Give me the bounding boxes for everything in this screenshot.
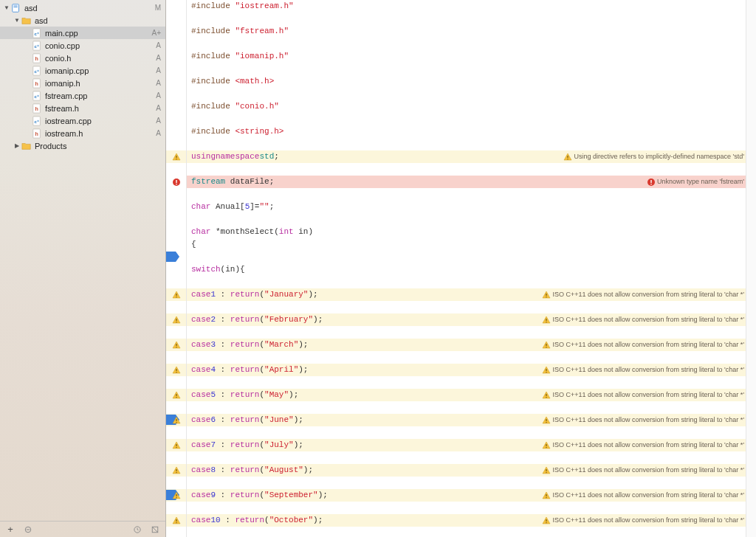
code-line[interactable]: case 8 : return("August");ISO C++11 does…: [187, 464, 746, 477]
gutter-row[interactable]: [166, 13, 186, 25]
inline-annotation[interactable]: ISO C++11 does not allow conversion from…: [542, 415, 744, 426]
gutter-row[interactable]: [166, 364, 186, 376]
gutter-row[interactable]: [166, 527, 186, 537]
tree-item[interactable]: hiostream.hA: [0, 127, 165, 139]
gutter-row[interactable]: [166, 426, 186, 439]
gutter-row[interactable]: [166, 263, 186, 276]
code-line[interactable]: [187, 301, 746, 313]
gutter-row[interactable]: [166, 213, 186, 226]
gutter-row[interactable]: [166, 38, 186, 50]
breakpoint-icon[interactable]: [166, 252, 179, 262]
inline-annotation[interactable]: ISO C++11 does not allow conversion from…: [542, 389, 744, 401]
gutter-row[interactable]: [166, 464, 186, 477]
gutter-row[interactable]: [166, 401, 186, 414]
gutter-row[interactable]: [166, 301, 186, 313]
code-line[interactable]: [187, 502, 746, 514]
code-line[interactable]: #include <string.h>: [187, 125, 746, 138]
code-line[interactable]: using namespace std;Using directive refe…: [187, 150, 746, 163]
tree-item[interactable]: ▼asdM: [0, 1, 165, 14]
scm-button[interactable]: [149, 524, 161, 536]
gutter-row[interactable]: [166, 201, 186, 213]
tree-item[interactable]: hiomanip.hA: [0, 77, 165, 89]
tree-item[interactable]: hconio.hA: [0, 52, 165, 64]
gutter-row[interactable]: [166, 276, 186, 288]
code-line[interactable]: case 4 : return("April");ISO C++11 does …: [187, 364, 746, 376]
code-line[interactable]: #include "conio.h": [187, 100, 746, 113]
disclosure-triangle[interactable]: ▼: [3, 4, 10, 12]
tree-item[interactable]: ▼asd: [0, 14, 165, 27]
recent-button[interactable]: [131, 524, 143, 536]
code-line[interactable]: [187, 163, 746, 176]
code-line[interactable]: case 3 : return("March");ISO C++11 does …: [187, 339, 746, 351]
code-line[interactable]: [187, 138, 746, 150]
code-line[interactable]: [187, 276, 746, 288]
code-line[interactable]: [187, 188, 746, 201]
gutter-row[interactable]: [166, 138, 186, 150]
gutter-row[interactable]: [166, 489, 186, 502]
code-line[interactable]: [187, 63, 746, 75]
gutter-row[interactable]: [166, 100, 186, 113]
gutter-row[interactable]: [166, 313, 186, 326]
code-line[interactable]: case 6 : return("June");ISO C++11 does n…: [187, 414, 746, 426]
inline-annotation[interactable]: ISO C++11 does not allow conversion from…: [542, 490, 744, 501]
inline-annotation[interactable]: ISO C++11 does not allow conversion from…: [542, 364, 744, 375]
tree-item[interactable]: c⁺conio.cppA: [0, 39, 165, 52]
code-line[interactable]: [187, 351, 746, 364]
gutter-row[interactable]: [166, 88, 186, 100]
gutter-row[interactable]: [166, 176, 186, 188]
code-line[interactable]: [187, 401, 746, 414]
code-line[interactable]: case 7 : return("July");ISO C++11 does n…: [187, 439, 746, 451]
gutter-row[interactable]: [166, 63, 186, 75]
inline-annotation[interactable]: Using directive refers to implicitly-def…: [563, 151, 744, 162]
code-line[interactable]: [187, 451, 746, 464]
code-line[interactable]: case 5 : return("May");ISO C++11 does no…: [187, 389, 746, 401]
gutter-row[interactable]: [166, 414, 186, 426]
code-line[interactable]: case 1 : return("January");ISO C++11 doe…: [187, 288, 746, 301]
code-line[interactable]: fstream dataFile;Unknown type name 'fstr…: [187, 176, 746, 188]
gutter-row[interactable]: [166, 326, 186, 339]
scrollbar[interactable]: [746, 0, 756, 537]
gutter-row[interactable]: [166, 376, 186, 389]
inline-annotation[interactable]: ISO C++11 does not allow conversion from…: [542, 440, 744, 451]
disclosure-triangle[interactable]: ▶: [13, 142, 21, 150]
code-line[interactable]: {: [187, 238, 746, 251]
inline-annotation[interactable]: ISO C++11 does not allow conversion from…: [542, 314, 744, 325]
gutter-row[interactable]: [166, 514, 186, 527]
code-line[interactable]: #include "iostream.h": [187, 0, 746, 13]
code-line[interactable]: [187, 38, 746, 50]
inline-annotation[interactable]: ISO C++11 does not allow conversion from…: [542, 465, 744, 476]
gutter-row[interactable]: [166, 477, 186, 489]
editor-gutter[interactable]: [166, 0, 187, 537]
code-line[interactable]: #include "fstream.h": [187, 25, 746, 38]
code-line[interactable]: #include <math.h>: [187, 75, 746, 88]
code-line[interactable]: case 9 : return("September");ISO C++11 d…: [187, 489, 746, 502]
editor-text-area[interactable]: #include "iostream.h"#include "fstream.h…: [187, 0, 746, 537]
inline-annotation[interactable]: Unknown type name 'fstream': [647, 176, 744, 187]
gutter-row[interactable]: [166, 25, 186, 38]
code-line[interactable]: [187, 113, 746, 125]
tree-item[interactable]: ▶Products: [0, 139, 165, 152]
code-line[interactable]: [187, 251, 746, 263]
gutter-row[interactable]: [166, 251, 186, 263]
code-line[interactable]: [187, 88, 746, 100]
gutter-row[interactable]: [166, 113, 186, 125]
gutter-row[interactable]: [166, 125, 186, 138]
code-line[interactable]: case 2 : return("February");ISO C++11 do…: [187, 313, 746, 326]
tree-item[interactable]: c⁺iostream.cppA: [0, 114, 165, 127]
gutter-row[interactable]: [166, 451, 186, 464]
gutter-row[interactable]: [166, 439, 186, 451]
gutter-row[interactable]: [166, 226, 186, 238]
gutter-row[interactable]: [166, 351, 186, 364]
file-tree[interactable]: ▼asdM▼asdc⁺main.cppA+c⁺conio.cppAhconio.…: [0, 0, 165, 521]
gutter-row[interactable]: [166, 50, 186, 63]
code-line[interactable]: [187, 477, 746, 489]
gutter-row[interactable]: [166, 75, 186, 88]
inline-annotation[interactable]: ISO C++11 does not allow conversion from…: [542, 289, 744, 300]
gutter-row[interactable]: [166, 288, 186, 301]
gutter-row[interactable]: [166, 150, 186, 163]
gutter-row[interactable]: [166, 163, 186, 176]
tree-item[interactable]: c⁺main.cppA+: [0, 27, 165, 39]
inline-annotation[interactable]: ISO C++11 does not allow conversion from…: [542, 515, 744, 526]
disclosure-triangle[interactable]: ▼: [13, 17, 21, 24]
code-line[interactable]: char *monthSelect(int in): [187, 226, 746, 238]
